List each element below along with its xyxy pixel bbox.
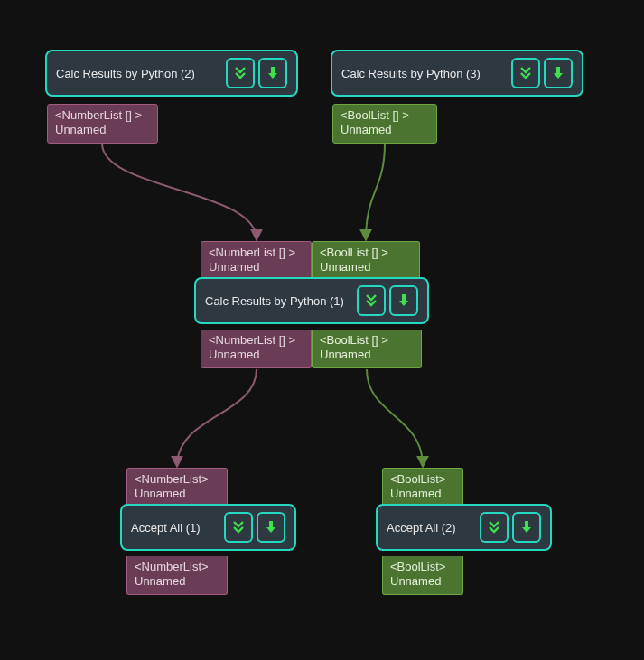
edge-n3-n1	[366, 144, 385, 239]
node-title: Accept All (2)	[387, 521, 456, 535]
port-label: Unnamed	[135, 574, 219, 589]
expand-icon[interactable]	[511, 58, 540, 88]
node-title: Accept All (1)	[131, 521, 201, 535]
input-port-boollist[interactable]: <BoolList [] > Unnamed	[312, 241, 420, 280]
edge-n2-n1	[102, 144, 257, 239]
svg-rect-3	[269, 521, 273, 528]
node-title: Calc Results by Python (2)	[56, 67, 195, 80]
port-label: Unnamed	[135, 487, 219, 501]
port-label: Unnamed	[320, 260, 412, 274]
expand-icon[interactable]	[224, 512, 253, 543]
port-label: Unnamed	[209, 260, 303, 274]
output-port-numberlist[interactable]: <NumberList> Unnamed	[126, 556, 228, 595]
expand-icon[interactable]	[480, 512, 509, 543]
graph-canvas[interactable]: { "nodes": { "n2": { "title": "Calc Resu…	[0, 0, 644, 660]
svg-rect-2	[402, 294, 406, 302]
port-label: Unnamed	[341, 123, 429, 137]
edge-n1-a2	[367, 369, 423, 466]
edge-n1-a1	[177, 369, 257, 466]
node-title: Calc Results by Python (3)	[341, 67, 481, 80]
svg-rect-0	[271, 67, 275, 74]
node-calc-python-1[interactable]: Calc Results by Python (1)	[194, 277, 429, 324]
run-icon[interactable]	[544, 58, 573, 88]
node-accept-all-1[interactable]: Accept All (1)	[120, 504, 296, 551]
node-calc-python-2[interactable]: Calc Results by Python (2)	[45, 50, 298, 97]
svg-rect-1	[556, 67, 560, 74]
port-label: Unnamed	[55, 123, 150, 137]
port-label: Unnamed	[209, 348, 303, 362]
output-port-numberlist[interactable]: <NumberList [] > Unnamed	[201, 330, 312, 368]
input-port-numberlist[interactable]: <NumberList [] > Unnamed	[201, 241, 312, 280]
expand-icon[interactable]	[226, 58, 255, 88]
port-type: <BoolList [] >	[341, 108, 429, 123]
input-port-boollist[interactable]: <BoolList> Unnamed	[382, 468, 463, 507]
expand-icon[interactable]	[357, 285, 386, 316]
port-type: <NumberList>	[135, 472, 219, 487]
port-type: <BoolList [] >	[320, 246, 412, 260]
port-type: <BoolList>	[390, 560, 455, 574]
input-port-numberlist[interactable]: <NumberList> Unnamed	[126, 468, 228, 507]
port-label: Unnamed	[320, 348, 414, 362]
port-type: <NumberList>	[135, 560, 219, 574]
output-port-numberlist[interactable]: <NumberList [] > Unnamed	[47, 104, 158, 144]
node-calc-python-3[interactable]: Calc Results by Python (3)	[331, 50, 583, 97]
run-icon[interactable]	[258, 58, 287, 88]
port-type: <BoolList>	[390, 472, 455, 487]
svg-rect-4	[525, 521, 528, 528]
run-icon[interactable]	[512, 512, 541, 543]
node-accept-all-2[interactable]: Accept All (2)	[376, 504, 552, 551]
port-label: Unnamed	[390, 487, 455, 501]
port-type: <NumberList [] >	[209, 246, 303, 260]
run-icon[interactable]	[257, 512, 285, 543]
port-type: <NumberList [] >	[209, 333, 303, 348]
node-title: Calc Results by Python (1)	[205, 294, 344, 308]
port-type: <NumberList [] >	[55, 108, 150, 123]
run-icon[interactable]	[389, 285, 418, 316]
output-port-boollist[interactable]: <BoolList [] > Unnamed	[332, 104, 437, 144]
port-type: <BoolList [] >	[320, 333, 414, 348]
output-port-boollist[interactable]: <BoolList> Unnamed	[382, 556, 463, 595]
port-label: Unnamed	[390, 574, 455, 589]
output-port-boollist[interactable]: <BoolList [] > Unnamed	[312, 330, 422, 368]
